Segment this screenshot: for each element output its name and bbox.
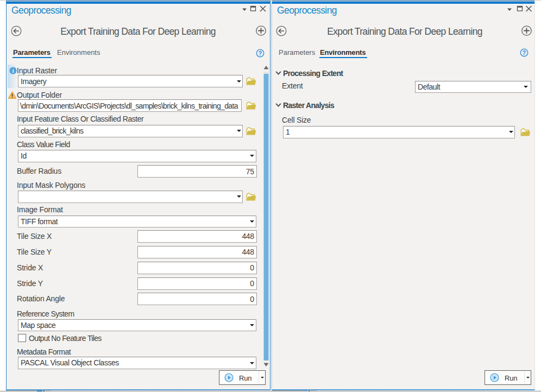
svg-text:i: i: [12, 68, 14, 73]
svg-text:?: ?: [258, 50, 261, 56]
svg-text:?: ?: [523, 49, 526, 56]
